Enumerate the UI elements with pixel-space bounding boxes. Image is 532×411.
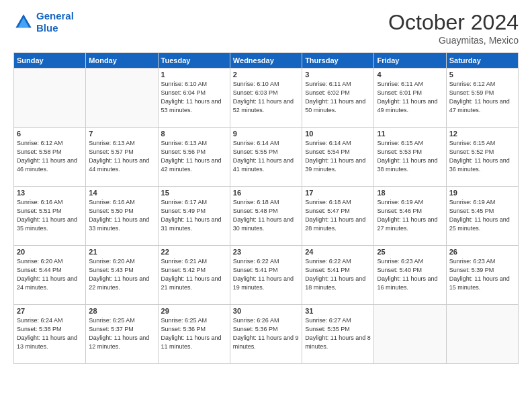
day-info-line: Daylight: 11 hours and 12 minutes. [89,334,149,350]
day-number: 25 [377,248,443,256]
calendar-cell: 8Sunrise: 6:13 AMSunset: 5:56 PMDaylight… [158,128,230,187]
day-number: 16 [233,189,299,197]
day-info-line: Sunrise: 6:12 AM [449,81,496,87]
day-info-line: Sunset: 5:39 PM [449,267,494,273]
weekday-header: Wednesday [230,53,302,68]
weekday-header: Sunday [14,53,86,68]
header: General Blue October 2024 Guaymitas, Mex… [13,10,519,46]
calendar-cell: 30Sunrise: 6:26 AMSunset: 5:36 PMDayligh… [230,305,302,364]
logo-text: General Blue [36,10,74,34]
day-info-line: Sunset: 5:46 PM [377,208,422,214]
day-info-line: Sunrise: 6:23 AM [449,258,496,265]
day-info-line: Sunrise: 6:14 AM [305,140,351,146]
day-info-line: Daylight: 11 hours and 46 minutes. [17,157,77,173]
day-info-line: Sunrise: 6:10 AM [161,81,208,87]
day-number: 8 [161,130,227,138]
day-info-line: Sunrise: 6:13 AM [161,140,208,146]
day-info-line: Daylight: 11 hours and 24 minutes. [17,275,77,291]
day-info: Sunrise: 6:19 AMSunset: 5:45 PMDaylight:… [449,198,515,233]
calendar-cell: 25Sunrise: 6:23 AMSunset: 5:40 PMDayligh… [374,246,446,305]
calendar-cell: 3Sunrise: 6:11 AMSunset: 6:02 PMDaylight… [302,68,374,128]
day-info: Sunrise: 6:22 AMSunset: 5:41 PMDaylight:… [305,257,371,292]
day-number: 19 [449,189,515,197]
day-info-line: Sunrise: 6:17 AM [161,199,208,205]
day-info-line: Sunset: 5:42 PM [161,267,206,273]
day-info-line: Sunset: 5:41 PM [305,267,350,273]
day-info-line: Sunset: 5:56 PM [161,148,206,155]
calendar-week-row: 13Sunrise: 6:16 AMSunset: 5:51 PMDayligh… [14,187,519,246]
day-number: 23 [233,248,299,256]
day-number: 24 [305,248,371,256]
calendar-cell: 12Sunrise: 6:15 AMSunset: 5:52 PMDayligh… [446,128,518,187]
day-number: 28 [89,307,154,315]
day-info-line: Sunrise: 6:24 AM [17,317,63,324]
day-info: Sunrise: 6:18 AMSunset: 5:48 PMDaylight:… [233,198,299,233]
day-info-line: Sunset: 6:04 PM [161,89,206,96]
day-info-line: Daylight: 11 hours and 28 minutes. [305,216,365,232]
day-number: 5 [449,71,515,79]
day-info: Sunrise: 6:26 AMSunset: 5:36 PMDaylight:… [233,316,299,351]
calendar-week-row: 6Sunrise: 6:12 AMSunset: 5:58 PMDaylight… [14,128,519,187]
title-block: October 2024 Guaymitas, Mexico [388,10,519,46]
day-number: 11 [377,130,443,138]
day-info: Sunrise: 6:23 AMSunset: 5:40 PMDaylight:… [377,257,443,292]
calendar-cell: 18Sunrise: 6:19 AMSunset: 5:46 PMDayligh… [374,187,446,246]
day-info: Sunrise: 6:10 AMSunset: 6:04 PMDaylight:… [161,80,227,115]
calendar-cell: 2Sunrise: 6:10 AMSunset: 6:03 PMDaylight… [230,68,302,128]
calendar-cell [86,68,158,128]
day-number: 22 [161,248,227,256]
day-number: 31 [305,307,371,315]
day-info-line: Sunset: 6:02 PM [305,89,350,96]
day-info: Sunrise: 6:20 AMSunset: 5:43 PMDaylight:… [89,257,154,292]
day-info-line: Sunrise: 6:22 AM [305,258,351,265]
day-info: Sunrise: 6:14 AMSunset: 5:54 PMDaylight:… [305,139,371,174]
day-info-line: Sunrise: 6:21 AM [161,258,208,265]
calendar-cell: 21Sunrise: 6:20 AMSunset: 5:43 PMDayligh… [86,246,158,305]
weekday-header: Saturday [446,53,518,68]
calendar-week-row: 1Sunrise: 6:10 AMSunset: 6:04 PMDaylight… [14,68,519,128]
day-number: 21 [89,248,154,256]
day-info: Sunrise: 6:23 AMSunset: 5:39 PMDaylight:… [449,257,515,292]
day-info-line: Daylight: 11 hours and 53 minutes. [161,98,222,113]
day-number: 9 [233,130,299,138]
day-info: Sunrise: 6:25 AMSunset: 5:36 PMDaylight:… [161,316,227,351]
day-info: Sunrise: 6:18 AMSunset: 5:47 PMDaylight:… [305,198,371,233]
logo-icon [13,12,34,32]
day-info-line: Sunset: 5:58 PM [17,148,62,155]
calendar-week-row: 27Sunrise: 6:24 AMSunset: 5:38 PMDayligh… [14,305,519,364]
calendar-cell: 4Sunrise: 6:11 AMSunset: 6:01 PMDaylight… [374,68,446,128]
day-info: Sunrise: 6:16 AMSunset: 5:50 PMDaylight:… [89,198,154,233]
calendar-cell: 17Sunrise: 6:18 AMSunset: 5:47 PMDayligh… [302,187,374,246]
day-info-line: Daylight: 11 hours and 18 minutes. [305,275,365,291]
calendar-cell: 23Sunrise: 6:22 AMSunset: 5:41 PMDayligh… [230,246,302,305]
day-info: Sunrise: 6:13 AMSunset: 5:57 PMDaylight:… [89,139,154,174]
day-info: Sunrise: 6:17 AMSunset: 5:49 PMDaylight:… [161,198,227,233]
day-number: 6 [17,130,83,138]
day-info-line: Sunrise: 6:20 AM [17,258,63,265]
day-info-line: Sunrise: 6:25 AM [89,317,135,324]
calendar-cell: 6Sunrise: 6:12 AMSunset: 5:58 PMDaylight… [14,128,86,187]
day-info-line: Daylight: 11 hours and 52 minutes. [233,98,294,113]
day-info-line: Sunset: 5:45 PM [449,208,494,214]
day-number: 27 [17,307,83,315]
day-number: 15 [161,189,227,197]
day-info-line: Sunset: 5:38 PM [17,326,62,332]
calendar-cell: 29Sunrise: 6:25 AMSunset: 5:36 PMDayligh… [158,305,230,364]
day-info-line: Daylight: 11 hours and 39 minutes. [305,157,365,173]
day-info-line: Sunrise: 6:25 AM [161,317,208,324]
logo: General Blue [13,10,74,34]
day-info-line: Sunrise: 6:19 AM [449,199,496,205]
calendar-cell: 11Sunrise: 6:15 AMSunset: 5:53 PMDayligh… [374,128,446,187]
day-number: 2 [233,71,299,79]
day-info-line: Daylight: 11 hours and 41 minutes. [233,157,294,173]
day-info-line: Sunrise: 6:16 AM [89,199,135,205]
day-info-line: Daylight: 11 hours and 8 minutes. [305,334,371,350]
calendar-cell: 10Sunrise: 6:14 AMSunset: 5:54 PMDayligh… [302,128,374,187]
calendar-cell: 5Sunrise: 6:12 AMSunset: 5:59 PMDaylight… [446,68,518,128]
day-number: 13 [17,189,83,197]
day-info-line: Daylight: 11 hours and 42 minutes. [161,157,222,173]
weekday-header: Thursday [302,53,374,68]
day-info-line: Sunrise: 6:13 AM [89,140,135,146]
day-info-line: Daylight: 11 hours and 36 minutes. [449,157,510,173]
day-info-line: Sunrise: 6:22 AM [233,258,279,265]
